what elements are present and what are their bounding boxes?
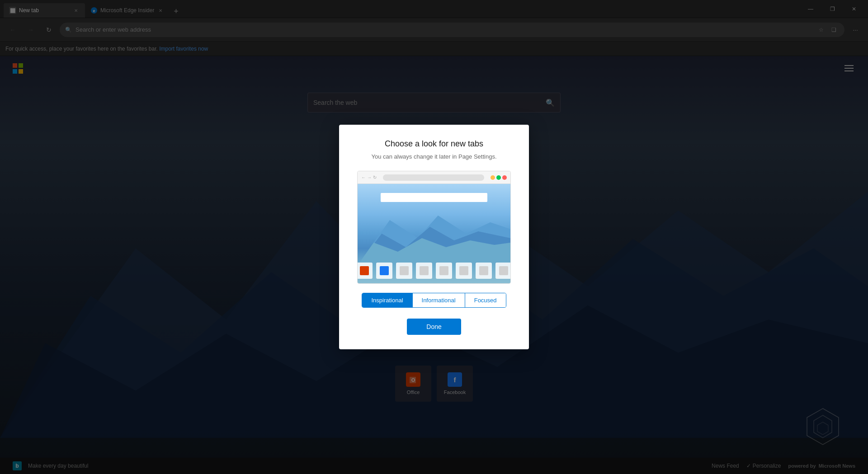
preview-address-mini: [383, 174, 484, 181]
look-selector: Inspirational Informational Focused: [362, 293, 506, 308]
preview-close-dot: [502, 175, 507, 180]
inspirational-button[interactable]: Inspirational: [362, 293, 412, 307]
modal-dialog: Choose a look for new tabs You can alway…: [339, 125, 529, 349]
preview-nav-dots: ← → ↻: [361, 175, 377, 180]
informational-button[interactable]: Informational: [413, 293, 465, 307]
modal-overlay: Choose a look for new tabs You can alway…: [0, 0, 868, 474]
preview-tile-5: [436, 263, 452, 279]
preview-browser-bar: ← → ↻: [358, 171, 510, 184]
preview-tile-7: [476, 263, 492, 279]
preview-quick-tiles: [358, 263, 510, 279]
preview-back: ←: [361, 175, 366, 180]
preview-tile-2: [376, 263, 392, 279]
modal-title: Choose a look for new tabs: [385, 139, 483, 149]
focused-button[interactable]: Focused: [465, 293, 506, 307]
preview-tile-3: [396, 263, 412, 279]
done-button[interactable]: Done: [407, 319, 461, 335]
preview-tile-4: [416, 263, 432, 279]
modal-subtitle: You can always change it later in Page S…: [371, 153, 496, 160]
preview-tile-8: [495, 263, 510, 279]
preview-content: [358, 184, 510, 283]
preview-tile-6: [456, 263, 472, 279]
preview-max-dot: [496, 175, 501, 180]
preview-win-dots: [491, 175, 507, 180]
preview-tile-1: [358, 263, 373, 279]
preview-minimize-dot: [491, 175, 495, 180]
preview-container: ← → ↻: [357, 171, 511, 284]
preview-refresh: ↻: [373, 175, 377, 180]
preview-mountains: [358, 211, 510, 265]
preview-search-bar-mini: [381, 193, 488, 202]
preview-forward: →: [367, 175, 372, 180]
